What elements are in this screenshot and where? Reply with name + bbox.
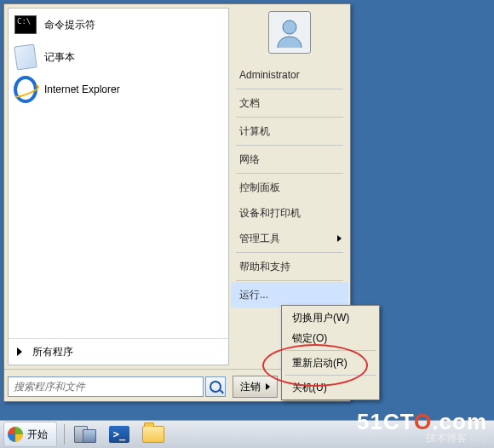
svg-point-0	[283, 20, 296, 34]
server-icon	[74, 426, 96, 443]
chevron-right-icon	[337, 235, 342, 242]
menu-admin-tools[interactable]: 管理工具	[231, 226, 348, 251]
windows-logo-icon	[8, 427, 23, 442]
flyout-switch-user[interactable]: 切换用户(W)	[282, 307, 379, 328]
start-button[interactable]: 开始	[3, 422, 57, 447]
cmd-icon	[14, 13, 37, 37]
menu-computer[interactable]: 计算机	[231, 118, 348, 144]
search-input[interactable]	[8, 376, 204, 397]
program-notepad[interactable]: 记事本	[9, 41, 228, 73]
program-label: 命令提示符	[44, 18, 95, 32]
logoff-button[interactable]: 注销	[233, 376, 278, 398]
chevron-right-icon	[266, 383, 270, 390]
menu-devices-printers[interactable]: 设备和打印机	[231, 200, 348, 226]
folder-icon	[142, 426, 164, 443]
taskbar-powershell[interactable]: >_	[102, 422, 136, 446]
user-avatar[interactable]	[268, 11, 311, 54]
taskbar-server-manager[interactable]	[68, 422, 102, 446]
search-icon	[210, 381, 221, 393]
all-programs-label: 所有程序	[32, 345, 73, 359]
menu-network[interactable]: 网络	[231, 146, 348, 172]
ie-icon	[14, 78, 37, 101]
taskbar-explorer[interactable]	[136, 422, 170, 446]
program-cmd[interactable]: 命令提示符	[9, 9, 228, 41]
start-menu-programs-pane: 命令提示符 记事本 Internet Explorer 所有程序	[8, 8, 229, 365]
menu-documents[interactable]: 文档	[231, 90, 348, 116]
program-label: Internet Explorer	[44, 83, 120, 95]
program-ie[interactable]: Internet Explorer	[9, 73, 228, 106]
menu-help[interactable]: 帮助和支持	[231, 254, 348, 279]
menu-run[interactable]: 运行...	[231, 282, 348, 307]
flyout-lock[interactable]: 锁定(O)	[282, 328, 379, 348]
start-label: 开始	[27, 428, 48, 442]
program-label: 记事本	[44, 50, 75, 65]
search-button[interactable]	[205, 376, 226, 397]
flyout-shutdown[interactable]: 关机(U)	[282, 377, 379, 398]
watermark: 51CTO.com 技术博客Blog	[357, 411, 487, 443]
flyout-restart[interactable]: 重新启动(R)	[282, 353, 379, 373]
all-programs[interactable]: 所有程序	[9, 338, 228, 365]
triangle-right-icon	[17, 347, 22, 356]
power-flyout: 切换用户(W) 锁定(O) 重新启动(R) 关机(U)	[281, 305, 380, 400]
menu-control-panel[interactable]: 控制面板	[231, 175, 348, 200]
powershell-icon: >_	[109, 426, 129, 443]
menu-username[interactable]: Administrator	[231, 62, 348, 88]
logoff-label: 注销	[240, 380, 261, 394]
notepad-icon	[14, 45, 37, 69]
